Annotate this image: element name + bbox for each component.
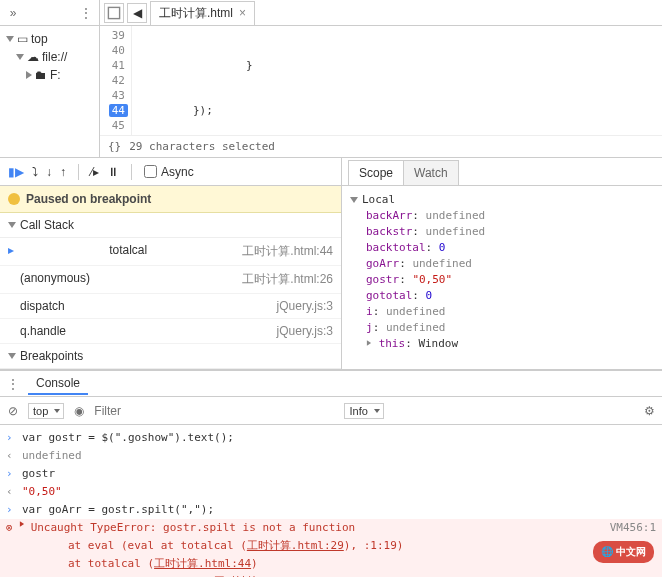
step-out-icon[interactable]: ↑ [60, 165, 66, 179]
error-stack-line[interactable]: at HTMLInputElement. (工时计算.html:26) [0, 573, 662, 577]
stack-frame[interactable]: dispatchjQuery.js:3 [0, 294, 341, 319]
breakpoints-header[interactable]: Breakpoints [0, 344, 341, 369]
nav-back-icon[interactable] [104, 3, 124, 23]
level-select[interactable]: Info [344, 403, 383, 419]
collapse-icon[interactable]: » [6, 6, 20, 20]
console-row[interactable]: ›var gostr = $(".goshow").text(); [0, 429, 662, 447]
console-row[interactable]: ‹undefined [0, 447, 662, 465]
console-kebab-icon[interactable]: ⋮ [6, 377, 20, 391]
warning-icon [8, 193, 20, 205]
context-select[interactable]: top [28, 403, 64, 419]
gutter[interactable]: 39404142434445 [100, 26, 132, 135]
step-over-icon[interactable]: ⤵ [32, 165, 38, 179]
selection-status: 29 characters selected [129, 140, 275, 153]
console-row[interactable]: ›gostr [0, 465, 662, 483]
scope-prop[interactable]: gostr: "0,50" [350, 272, 654, 288]
pause-exc-icon[interactable]: ⏸ [107, 165, 119, 179]
scope-prop[interactable]: i: undefined [350, 304, 654, 320]
scope-prop[interactable]: backArr: undefined [350, 208, 654, 224]
watermark-badge: 🌐 中文网 [593, 541, 654, 563]
braces-icon[interactable]: {} [108, 140, 121, 153]
scope-prop[interactable]: backstr: undefined [350, 224, 654, 240]
resume-icon[interactable]: ▮▶ [8, 165, 24, 179]
stack-frame[interactable]: ▸ totalcal工时计算.html:44 [0, 238, 341, 266]
tab-console[interactable]: Console [28, 373, 88, 395]
paused-banner: Paused on breakpoint [0, 186, 341, 213]
file-tab[interactable]: 工时计算.html × [150, 1, 255, 25]
code-body[interactable]: } }); function totalcal(){ var gototal =… [132, 26, 662, 135]
close-icon[interactable]: × [239, 6, 246, 20]
deactivate-bp-icon[interactable]: ⁄▸ [91, 165, 99, 179]
async-toggle[interactable]: Async [144, 165, 194, 179]
tab-scope[interactable]: Scope [348, 160, 404, 185]
scope-prop[interactable]: backtotal: 0 [350, 240, 654, 256]
tab-watch[interactable]: Watch [403, 160, 459, 185]
clear-console-icon[interactable]: ⊘ [6, 404, 20, 418]
editor-pane: ◀ 工时计算.html × 39404142434445 } }); funct… [100, 0, 662, 157]
stack-frame[interactable]: q.handlejQuery.js:3 [0, 319, 341, 344]
svg-rect-0 [108, 7, 119, 18]
navigator-pane: » ⋮ ▭top ☁file:// 🖿F: [0, 0, 100, 157]
tree-drive[interactable]: 🖿F: [6, 66, 93, 84]
eye-icon[interactable]: ◉ [72, 404, 86, 418]
console-row[interactable]: ‹"0,50" [0, 483, 662, 501]
console-error[interactable]: ⊗Uncaught TypeError: gostr.spilt is not … [0, 519, 662, 537]
tree-top[interactable]: ▭top [6, 30, 93, 48]
console-log[interactable]: ›var gostr = $(".goshow").text();‹undefi… [0, 425, 662, 577]
scope-body[interactable]: Local backArr: undefinedbackstr: undefin… [342, 186, 662, 369]
tree-scheme[interactable]: ☁file:// [6, 48, 93, 66]
nav-list-icon[interactable]: ◀ [127, 3, 147, 23]
callstack-header[interactable]: Call Stack [0, 213, 341, 238]
scope-prop[interactable]: goArr: undefined [350, 256, 654, 272]
error-stack-line[interactable]: at totalcal (工时计算.html:44) [0, 555, 662, 573]
tab-label: 工时计算.html [159, 5, 233, 22]
error-stack-line[interactable]: at eval (eval at totalcal (工时计算.html:29)… [0, 537, 662, 555]
async-checkbox[interactable] [144, 165, 157, 178]
console-row[interactable]: ›var goArr = gostr.spilt(","); [0, 501, 662, 519]
step-into-icon[interactable]: ↓ [46, 165, 52, 179]
kebab-icon[interactable]: ⋮ [79, 6, 93, 20]
filter-input[interactable] [94, 404, 336, 418]
scope-prop[interactable]: j: undefined [350, 320, 654, 336]
scope-prop[interactable]: gototal: 0 [350, 288, 654, 304]
settings-icon[interactable]: ⚙ [642, 404, 656, 418]
stack-frame[interactable]: (anonymous)工时计算.html:26 [0, 266, 341, 294]
